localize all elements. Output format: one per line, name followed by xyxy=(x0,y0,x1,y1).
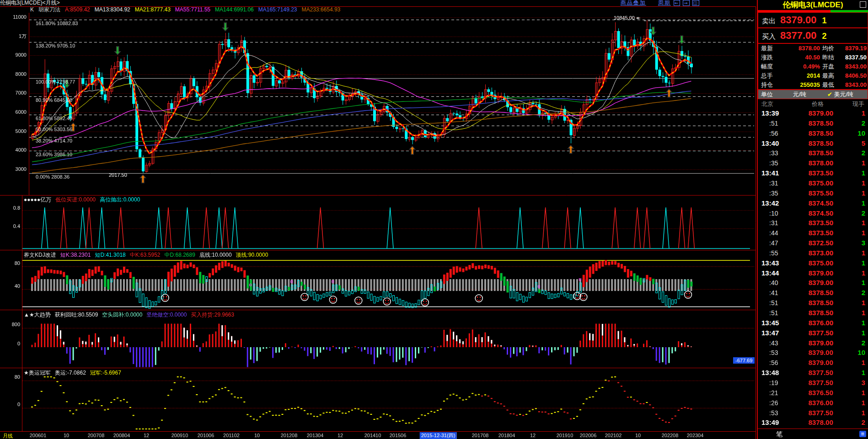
tick-price: 8378.00 xyxy=(790,418,833,428)
fib-level-label: 38.20% 4714.70 xyxy=(36,138,72,143)
tick-row[interactable]: 13:408378.505 xyxy=(758,138,868,148)
tick-row[interactable]: :418378.502 xyxy=(758,288,868,298)
tick-volume: 1 xyxy=(847,398,865,408)
stat-value: 8406.50 xyxy=(831,71,867,80)
daqushi-axis-tick: 0 xyxy=(2,341,20,346)
yiwan-header-segment: 高位抛出:0.0000 xyxy=(100,196,140,203)
tick-time: :51 xyxy=(769,298,778,308)
tick-volume: 1 xyxy=(847,198,865,208)
tick-row[interactable]: :518378.501 xyxy=(758,298,868,308)
tick-row[interactable]: 13:438375.001 xyxy=(758,258,868,268)
time-axis-label: 200601 xyxy=(30,433,47,438)
tick-row[interactable]: 13:488377.501 xyxy=(758,368,868,378)
tick-row[interactable]: :108374.502 xyxy=(758,208,868,218)
prev-window-icon[interactable]: ⇐ xyxy=(674,0,680,6)
tick-time: :35 xyxy=(769,158,778,168)
price-axis-tick: 11000 xyxy=(0,15,27,20)
toolbar-link-overlay[interactable]: 商品叠加 xyxy=(621,0,646,6)
time-axis-label: 12 xyxy=(338,433,343,438)
tick-time: :55 xyxy=(769,248,778,258)
chart-title: 伦铜电3(LMCDE)<月线> xyxy=(0,0,60,6)
unit-selector-row[interactable]: 单位 元/吨 ✔ 美元/吨 xyxy=(758,90,868,99)
tick-row[interactable]: 13:478377.501 xyxy=(758,328,868,338)
kdj-header-segment: 短D:41.3018 xyxy=(95,252,125,258)
time-axis-label: 201910 xyxy=(557,433,573,438)
tick-row[interactable]: :408379.001 xyxy=(758,278,868,288)
unit-usd[interactable]: 美元/吨 xyxy=(834,91,853,98)
stat-value: 8343.00 xyxy=(831,80,867,90)
tick-time: 13:48 xyxy=(761,368,779,378)
tick-row[interactable]: 13:458376.001 xyxy=(758,318,868,328)
tick-row[interactable]: :268376.001 xyxy=(758,398,868,408)
tick-volume: 1 xyxy=(847,308,865,318)
tick-volume: 2 xyxy=(847,118,865,128)
tick-row[interactable]: 13:448379.001 xyxy=(758,268,868,278)
tick-price: 8372.50 xyxy=(790,238,833,248)
tick-time: :41 xyxy=(769,288,778,298)
tick-row[interactable]: :218376.501 xyxy=(758,388,868,398)
tick-volume: 3 xyxy=(847,238,865,248)
tick-row[interactable]: 13:398379.001 xyxy=(758,108,868,118)
tab-ticks[interactable]: 笔 xyxy=(772,430,787,439)
daqushi-header-segment: 获利回吐:80.5509 xyxy=(55,312,98,318)
tick-col-price: 价格 xyxy=(812,100,824,108)
aoyun-header-segment: ★奥运冠军 xyxy=(24,370,51,376)
kdj-header: 界文KDJ改进短K:38.2301短D:41.3018中K:63.5952中D:… xyxy=(24,252,272,258)
tick-volume: 1 xyxy=(847,218,865,228)
tick-table-header: 北京价格现手 xyxy=(758,100,868,108)
kdj-header-segment: 底线:10.0000 xyxy=(199,252,232,258)
tick-row[interactable]: :538379.0010 xyxy=(758,348,868,358)
tick-time: :19 xyxy=(769,378,778,388)
tick-volume: 1 xyxy=(847,298,865,308)
tick-row[interactable]: 13:498378.002 xyxy=(758,418,868,428)
tick-row[interactable]: :518378.501 xyxy=(758,308,868,318)
tick-time: :56 xyxy=(769,128,778,138)
toolbar-link-period[interactable]: 周期 xyxy=(658,0,671,6)
tick-row[interactable]: :318375.001 xyxy=(758,178,868,188)
tick-time: 13:44 xyxy=(761,268,779,278)
ask-row[interactable]: 卖出8379.001 xyxy=(758,12,868,28)
kdj-header-segment: 短K:38.2301 xyxy=(60,252,91,258)
tick-row[interactable]: :518378.502 xyxy=(758,118,868,128)
stat-value: 0.49% xyxy=(779,62,820,71)
stat-value: 2014 xyxy=(779,71,820,80)
tick-volume: 1 xyxy=(847,278,865,288)
window-restore-icon[interactable] xyxy=(860,1,866,8)
tick-volume: 2 xyxy=(847,418,865,428)
tick-row[interactable]: :478372.503 xyxy=(758,238,868,248)
tick-row[interactable]: :568379.001 xyxy=(758,358,868,368)
time-axis-label: 10 xyxy=(635,433,641,438)
tick-row[interactable]: :338378.502 xyxy=(758,148,868,158)
price-axis-tick: 7000 xyxy=(0,90,27,95)
stat-value: 8343.00 xyxy=(831,62,867,71)
fib-level-label: 80.90% 6845.60 xyxy=(36,98,72,103)
tick-row[interactable]: :438379.002 xyxy=(758,338,868,348)
fib-level-label: 138.20% 9705.10 xyxy=(36,43,75,48)
tick-row[interactable]: :568378.5010 xyxy=(758,128,868,138)
kdj-header-segment: 顶线:90.0000 xyxy=(236,252,268,258)
tick-volume: 1 xyxy=(847,318,865,328)
tick-row[interactable]: :358378.001 xyxy=(758,158,868,168)
time-axis-label: 201708 xyxy=(472,433,489,438)
grid-icon[interactable]: ≣ xyxy=(859,431,866,437)
unit-cny[interactable]: 元/吨 xyxy=(793,91,807,98)
period-label[interactable]: 月线 xyxy=(3,433,13,439)
bid-row[interactable]: 买入8377.002 xyxy=(758,28,868,43)
tick-time: :26 xyxy=(769,398,778,408)
quote-symbol-title: 伦铜电3(LMCDE) xyxy=(758,0,868,10)
tick-row[interactable]: 13:418373.501 xyxy=(758,168,868,178)
tick-row[interactable]: :198377.503 xyxy=(758,378,868,388)
split-window-icon[interactable]: ◫ xyxy=(692,0,699,6)
tick-row[interactable]: :358375.501 xyxy=(758,188,868,198)
tick-row[interactable]: 13:428374.501 xyxy=(758,198,868,208)
tick-row[interactable]: :538377.501 xyxy=(758,408,868,418)
quote-stat-row: 涨跌40.50昨结8337.50 xyxy=(758,53,868,62)
yiwan-header: ●●●●●亿万低位买进:0.0000高位抛出:0.0000 xyxy=(24,197,144,202)
tick-time: :10 xyxy=(769,208,778,218)
tick-row[interactable]: :558373.001 xyxy=(758,248,868,258)
next-window-icon[interactable]: ⇒ xyxy=(683,0,689,6)
tick-row[interactable]: :318373.501 xyxy=(758,218,868,228)
price-axis-tick: 5000 xyxy=(0,129,27,134)
tick-row[interactable]: :448373.501 xyxy=(758,228,868,238)
price-axis-tick: 3000 xyxy=(0,167,27,172)
